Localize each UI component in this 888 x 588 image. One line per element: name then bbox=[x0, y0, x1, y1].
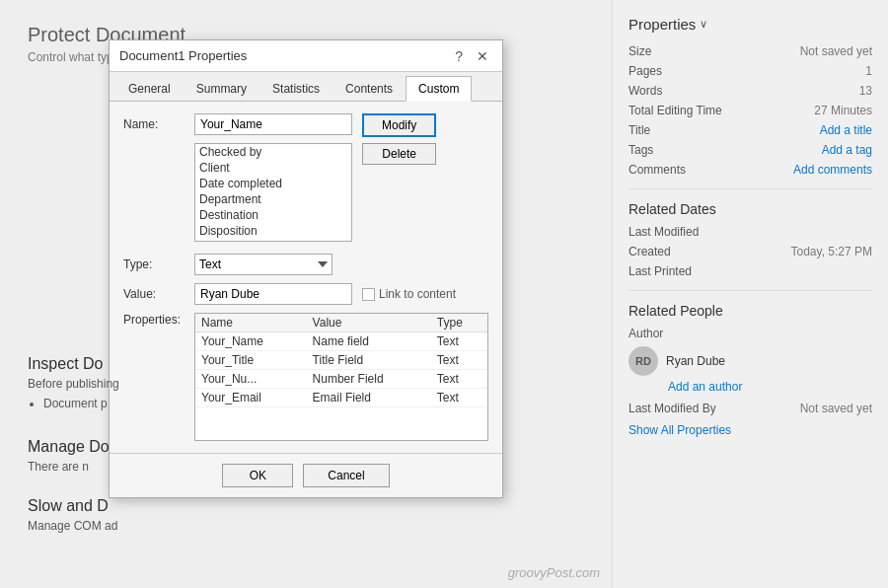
date-val: Today, 5:27 PM bbox=[791, 245, 873, 258]
date-row: Last Printed bbox=[629, 264, 872, 278]
value-row: Value: Link to content bbox=[123, 283, 488, 305]
props-key: Title bbox=[629, 123, 650, 137]
table-cell-type: Text bbox=[431, 389, 487, 407]
ok-button[interactable]: OK bbox=[222, 464, 293, 487]
value-label: Value: bbox=[123, 287, 194, 301]
author-row-label: Author bbox=[629, 327, 872, 340]
props-row: TagsAdd a tag bbox=[629, 143, 872, 157]
properties-title: Properties bbox=[629, 16, 696, 33]
prop-table-wrapper: Name Value Type Your_NameName fieldTextY… bbox=[194, 313, 488, 441]
table-cell-name: Your_Email bbox=[195, 389, 307, 407]
manage-desc: There are n bbox=[28, 460, 110, 474]
list-item[interactable]: Disposition bbox=[195, 223, 351, 239]
props-key: Tags bbox=[629, 143, 653, 157]
props-val: 27 Minutes bbox=[814, 104, 872, 117]
name-label: Name: bbox=[123, 117, 194, 131]
link-to-content: Link to content bbox=[362, 287, 456, 301]
right-buttons: Modify Delete bbox=[362, 113, 436, 165]
modify-button[interactable]: Modify bbox=[362, 113, 436, 137]
table-cell-value: Title Field bbox=[307, 351, 431, 370]
properties-heading: Properties ∨ bbox=[629, 16, 872, 33]
inspect-section: Inspect Do Before publishing Document p bbox=[28, 355, 119, 410]
author-info: RD Ryan Dube bbox=[629, 346, 872, 376]
slow-desc: Manage COM ad bbox=[28, 519, 117, 533]
properties-dialog: Document1 Properties ? ✕ General Summary… bbox=[109, 39, 503, 498]
table-row[interactable]: Your_EmailEmail FieldText bbox=[195, 389, 487, 407]
help-button[interactable]: ? bbox=[451, 49, 467, 63]
chevron-down-icon[interactable]: ∨ bbox=[700, 18, 707, 31]
table-row[interactable]: Your_NameName fieldText bbox=[195, 332, 487, 351]
props-val: Not saved yet bbox=[800, 44, 872, 58]
table-cell-value: Number Field bbox=[307, 370, 431, 389]
link-checkbox[interactable] bbox=[362, 288, 375, 301]
tab-general[interactable]: General bbox=[115, 76, 184, 102]
inspect-bullet: Document p bbox=[43, 397, 119, 410]
tab-statistics[interactable]: Statistics bbox=[259, 76, 333, 102]
tab-custom[interactable]: Custom bbox=[406, 76, 472, 102]
type-row: Type: Text Date Number Yes or No bbox=[123, 254, 488, 275]
list-item[interactable]: Client bbox=[195, 160, 351, 176]
type-select[interactable]: Text Date Number Yes or No bbox=[194, 254, 333, 275]
props-val: 1 bbox=[865, 64, 872, 78]
type-label: Type: bbox=[123, 257, 194, 271]
dialog-titlebar: Document1 Properties ? ✕ bbox=[110, 40, 502, 72]
props-row: Words13 bbox=[629, 84, 872, 98]
add-author[interactable]: Add an author bbox=[668, 380, 872, 394]
table-row[interactable]: Your_Nu...Number FieldText bbox=[195, 370, 487, 389]
props-val: 13 bbox=[859, 84, 872, 98]
name-list[interactable]: Checked by Client Date completed Departm… bbox=[194, 143, 352, 242]
tab-summary[interactable]: Summary bbox=[184, 76, 259, 102]
props-row: TitleAdd a title bbox=[629, 123, 872, 137]
tab-contents[interactable]: Contents bbox=[333, 76, 406, 102]
table-row[interactable]: Your_TitleTitle FieldText bbox=[195, 351, 487, 370]
manage-section: Manage Do There are n bbox=[28, 438, 110, 479]
table-cell-type: Text bbox=[431, 332, 487, 351]
list-item[interactable]: Destination bbox=[195, 207, 351, 223]
table-cell-value: Email Field bbox=[307, 389, 431, 407]
dialog-title: Document1 Properties bbox=[119, 48, 247, 63]
list-item[interactable]: Department bbox=[195, 191, 351, 207]
slow-section: Slow and D Manage COM ad bbox=[28, 497, 117, 539]
delete-button[interactable]: Delete bbox=[362, 143, 436, 165]
related-people-heading: Related People bbox=[629, 303, 872, 319]
manage-title: Manage Do bbox=[28, 438, 110, 456]
table-cell-name: Your_Nu... bbox=[195, 370, 307, 389]
table-cell-value: Name field bbox=[307, 332, 431, 351]
props-key: Pages bbox=[629, 64, 662, 78]
list-item[interactable]: Checked by bbox=[195, 144, 351, 160]
slow-title: Slow and D bbox=[28, 497, 117, 515]
props-key: Comments bbox=[629, 163, 686, 177]
right-panel: Properties ∨ SizeNot saved yetPages1Word… bbox=[612, 0, 888, 588]
col-type: Type bbox=[431, 314, 487, 332]
avatar: RD bbox=[629, 346, 658, 376]
author-label: Author bbox=[629, 327, 663, 340]
show-all-props[interactable]: Show All Properties bbox=[629, 423, 872, 437]
dialog-controls: ? ✕ bbox=[451, 49, 492, 63]
cancel-button[interactable]: Cancel bbox=[303, 464, 389, 487]
props-key: Words bbox=[629, 84, 662, 98]
props-val[interactable]: Add a tag bbox=[822, 143, 872, 157]
inspect-desc: Before publishing bbox=[28, 377, 119, 391]
props-val[interactable]: Add a title bbox=[820, 123, 872, 137]
dates-rows: Last ModifiedCreatedToday, 5:27 PMLast P… bbox=[629, 225, 872, 278]
value-input[interactable] bbox=[194, 283, 352, 305]
table-cell-type: Text bbox=[431, 370, 487, 389]
last-modified-row: Last Modified By Not saved yet bbox=[629, 402, 872, 415]
prop-table: Name Value Type Your_NameName fieldTextY… bbox=[195, 314, 487, 407]
props-val[interactable]: Add comments bbox=[793, 163, 872, 177]
col-value: Value bbox=[307, 314, 431, 332]
watermark: groovyPost.com bbox=[508, 565, 600, 580]
col-name: Name bbox=[195, 314, 307, 332]
list-item[interactable]: Date completed bbox=[195, 176, 351, 191]
table-cell-name: Your_Title bbox=[195, 351, 307, 370]
name-row: Name: bbox=[123, 113, 352, 135]
close-button[interactable]: ✕ bbox=[473, 49, 492, 63]
properties-section: Properties: Name Value Type bbox=[123, 313, 488, 441]
last-modified-by-label: Last Modified By bbox=[629, 402, 716, 415]
name-input[interactable] bbox=[194, 113, 352, 135]
date-key: Created bbox=[629, 245, 671, 258]
props-row: Pages1 bbox=[629, 64, 872, 78]
props-rows: SizeNot saved yetPages1Words13Total Edit… bbox=[629, 44, 872, 177]
properties-label: Properties: bbox=[123, 313, 194, 327]
date-row: Last Modified bbox=[629, 225, 872, 239]
